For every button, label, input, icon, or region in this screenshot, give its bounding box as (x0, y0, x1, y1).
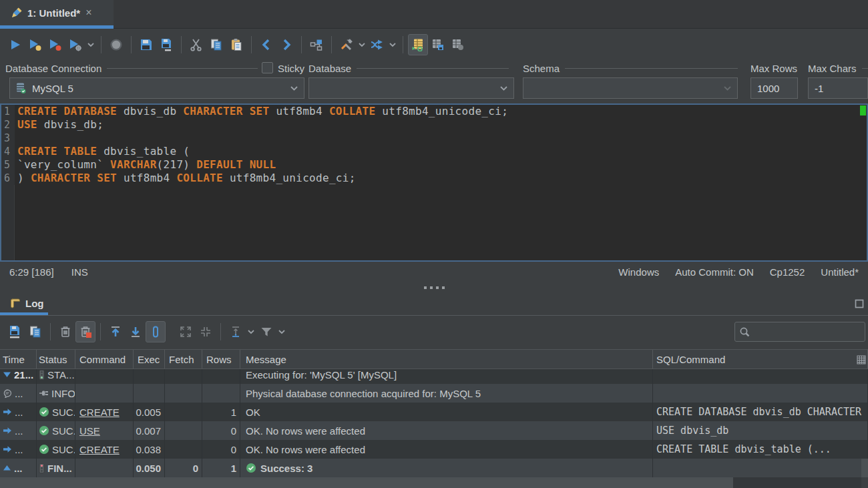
table-settings-grid-icon[interactable] (857, 355, 866, 364)
column-header-rows[interactable]: Rows (202, 350, 240, 369)
cell-sql: CREATE DATABASE dbvis_db CHARACTER (653, 403, 868, 421)
play-yellow-dot-icon (28, 38, 43, 51)
code-text: ) CHARACTER SET utf8mb4 COLLATE utf8mb4_… (15, 172, 356, 185)
redo-navigate-forward-button[interactable] (276, 34, 296, 55)
toolbar-divider (181, 36, 182, 53)
sql-editor[interactable]: 1CREATE DATABASE dbvis_db CHARACTER SET … (0, 103, 868, 262)
log-copy-button[interactable] (25, 321, 45, 342)
save-as-button[interactable] (156, 34, 176, 55)
undo-navigate-back-button[interactable] (256, 34, 276, 55)
expand-icon (3, 464, 11, 472)
sql-tools-dropdown[interactable] (357, 34, 367, 55)
database-select[interactable] (308, 77, 514, 99)
tail-log-toggle[interactable] (146, 321, 166, 342)
save-as-icon (9, 325, 22, 338)
horizontal-scrollbar-thumb[interactable] (0, 477, 733, 488)
sql-editor-pencil-icon (11, 7, 22, 19)
log-rows: 21...STA...Executing for: 'MySQL 5' [MyS… (0, 369, 868, 477)
sql-tools-button[interactable] (337, 34, 357, 55)
splitter-dot (442, 286, 445, 289)
sticky-label: Sticky (278, 63, 304, 74)
format-and-save-button[interactable] (428, 34, 448, 55)
log-save-button[interactable] (5, 321, 25, 342)
status-value: FIN... (47, 463, 72, 474)
scroll-to-bottom-button[interactable] (126, 321, 146, 342)
splitter-handle[interactable] (0, 282, 868, 294)
cell-cmd: CREATE (75, 403, 134, 421)
log-row[interactable]: ...FIN...0.05001Success: 3 (0, 459, 868, 477)
row-height-dropdown[interactable] (246, 321, 256, 342)
column-header-fetch[interactable]: Fetch (165, 350, 202, 369)
max-chars-input[interactable]: -1 (808, 77, 868, 99)
execute-buffer-button[interactable] (45, 34, 65, 55)
maximize-panel-icon[interactable] (855, 299, 864, 308)
clear-log-button[interactable] (55, 321, 75, 342)
filter-dropdown[interactable] (276, 321, 287, 342)
max-rows-input[interactable]: 1000 (750, 77, 798, 99)
log-row[interactable]: ...SUC...CREATE0.0380OK. No rows were af… (0, 440, 868, 459)
connection-select[interactable]: MySQL 5 (9, 77, 304, 99)
row-height-button[interactable] (226, 321, 246, 342)
scroll-to-top-button[interactable] (105, 321, 126, 342)
command-value[interactable]: USE (79, 425, 100, 437)
cut-button[interactable] (186, 34, 206, 55)
execute-explain-button[interactable] (65, 34, 85, 55)
schema-select[interactable] (523, 77, 738, 99)
clear-log-on-execute-button[interactable] (75, 321, 95, 342)
explain-plan-button[interactable] (306, 34, 327, 55)
join-statements-button[interactable] (367, 34, 387, 55)
save-button[interactable] (136, 34, 156, 55)
search-icon (739, 326, 750, 338)
column-header-exec[interactable]: Exec (134, 350, 165, 369)
collapse-all-button[interactable] (196, 321, 216, 342)
horizontal-scrollbar[interactable] (0, 477, 861, 488)
exec-time: 0.005 (136, 407, 161, 418)
join-statements-dropdown[interactable] (387, 34, 398, 55)
column-header-command[interactable]: Command (75, 350, 134, 369)
format-buffer-button[interactable] (448, 34, 468, 55)
tab-close-icon[interactable]: × (85, 7, 91, 18)
table-dimmed-icon (451, 38, 465, 51)
log-row[interactable]: 21...STA...Executing for: 'MySQL 5' [MyS… (0, 369, 868, 384)
log-row[interactable]: ...INFOPhysical database connection acqu… (0, 384, 868, 403)
tab-log[interactable]: Log (0, 294, 48, 313)
filter-button[interactable] (256, 321, 276, 342)
expand-icon (3, 445, 12, 453)
log-search-box[interactable] (734, 322, 865, 342)
column-header-sql-command[interactable]: SQL/Command (653, 350, 868, 369)
log-row[interactable]: ...SUC...USE0.0070OK. No rows were affec… (0, 421, 868, 440)
tab-title: 1: Untitled* (27, 7, 80, 19)
play-red-dot-icon (48, 38, 63, 51)
time-value: ... (14, 463, 23, 474)
encoding[interactable]: Cp1252 (770, 266, 805, 278)
line-ending[interactable]: Windows (618, 266, 659, 278)
line-number: 1 (1, 105, 15, 118)
tail-capsule-icon (149, 325, 162, 338)
stop-button[interactable] (106, 34, 126, 55)
execute-button[interactable] (5, 34, 25, 55)
log-tab-bar: Log (0, 294, 868, 316)
error-stripe-marker (860, 105, 866, 115)
column-header-message[interactable]: Message (240, 350, 653, 369)
tab-untitled[interactable]: 1: Untitled* × (0, 0, 114, 25)
auto-commit[interactable]: Auto Commit: ON (675, 266, 754, 278)
cell-exec: 0.005 (134, 403, 165, 421)
log-row[interactable]: ...SUC...CREATE0.0051OKCREATE DATABASE d… (0, 403, 868, 421)
column-header-status[interactable]: Status (37, 350, 75, 369)
execute-options-dropdown[interactable] (85, 34, 96, 55)
status-value: INFO (51, 388, 75, 399)
org-chart-icon (310, 38, 323, 51)
toolbar-divider (403, 36, 403, 53)
sticky-checkbox[interactable] (262, 62, 273, 73)
paste-button[interactable] (226, 34, 246, 55)
auto-format-sql-button[interactable] (408, 34, 428, 55)
command-value[interactable]: CREATE (79, 444, 120, 455)
column-header-time[interactable]: Time (0, 350, 37, 369)
copy-button[interactable] (206, 34, 226, 55)
command-value[interactable]: CREATE (79, 407, 120, 418)
max-rows-label: Max Rows (750, 63, 803, 74)
expand-all-button[interactable] (176, 321, 196, 342)
search-input[interactable] (754, 326, 854, 338)
execute-current-button[interactable] (25, 34, 45, 55)
line-number: 5 (1, 158, 15, 172)
